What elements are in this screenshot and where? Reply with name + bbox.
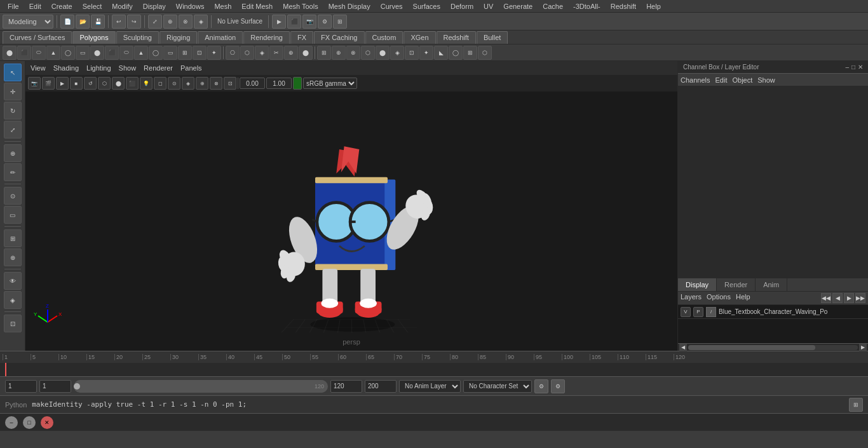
cube-btn[interactable]: ⬛	[17, 46, 31, 60]
snap3-btn[interactable]: ◈	[194, 15, 208, 29]
panel-close-icon[interactable]: ✕	[858, 64, 863, 71]
menu-mesh-tools[interactable]: Mesh Tools	[278, 1, 323, 11]
menu-create[interactable]: Create	[46, 1, 78, 11]
iso-select-btn[interactable]: ◈	[4, 291, 22, 309]
scroll-arrow-left[interactable]: ◀	[679, 344, 687, 351]
frame-end2-input[interactable]	[365, 380, 397, 393]
lattice-btn[interactable]: ⊡	[193, 46, 207, 60]
extract-btn[interactable]: ◈	[390, 46, 404, 60]
cylinder-btn[interactable]: ⬭	[32, 46, 46, 60]
layout-btn[interactable]: ⊞	[333, 15, 347, 29]
tab-rigging[interactable]: Rigging	[159, 31, 197, 44]
new-file-btn[interactable]: 📄	[60, 15, 74, 29]
frame2-input[interactable]	[39, 380, 71, 393]
vp-fxaa-btn[interactable]: ⊡	[224, 77, 236, 90]
vp-play-btn[interactable]: ▶	[56, 77, 69, 90]
poke-btn[interactable]: ✦	[419, 46, 433, 60]
sphere-btn[interactable]: ⬤	[3, 46, 17, 60]
timeline-bar[interactable]	[0, 363, 868, 376]
dup-face-btn[interactable]: ⊡	[405, 46, 419, 60]
window-close-btn[interactable]: ✕	[41, 416, 53, 429]
menu-mesh[interactable]: Mesh	[209, 1, 236, 11]
menu-edit[interactable]: Edit	[24, 1, 46, 11]
vp-float2-input[interactable]	[266, 78, 292, 89]
layer-p-btn[interactable]: P	[693, 307, 703, 317]
menu-edit-mesh[interactable]: Edit Mesh	[236, 1, 278, 11]
tab-animation[interactable]: Animation	[198, 31, 243, 44]
target-weld-btn[interactable]: ⊕	[284, 46, 298, 60]
tab-anim[interactable]: Anim	[756, 278, 787, 291]
mode-dropdown[interactable]: Modeling	[3, 15, 53, 29]
vp-motion-btn[interactable]: ⊗	[210, 77, 222, 90]
vp-menu-view[interactable]: View	[31, 64, 46, 72]
poly-cube-btn[interactable]: ⬛	[105, 46, 119, 60]
smooth-btn[interactable]: ⊞	[463, 46, 477, 60]
wedge-btn[interactable]: ◣	[434, 46, 448, 60]
panel-minimize-icon[interactable]: –	[845, 64, 849, 71]
edge-loop-btn[interactable]: ⎔	[226, 46, 240, 60]
layers-menu-options[interactable]: Options	[707, 293, 731, 303]
plane-btn[interactable]: ▭	[76, 46, 90, 60]
scale-tool-btn[interactable]: ⤢	[4, 121, 22, 139]
render-btn[interactable]: ▶	[272, 15, 286, 29]
panel-maximize-icon[interactable]: □	[851, 64, 855, 71]
ch-menu-channels[interactable]: Channels	[681, 76, 710, 84]
save-btn[interactable]: 💾	[91, 15, 105, 29]
status-gear-btn[interactable]: ⚙	[534, 379, 548, 393]
frame-slider[interactable]: 120	[74, 380, 328, 393]
unfold-btn[interactable]: ⬡	[478, 46, 492, 60]
snap-grid-btn[interactable]: ⊞	[4, 229, 22, 247]
poly-sphere-btn[interactable]: ⬤	[90, 46, 104, 60]
window-minimize-btn[interactable]: –	[5, 416, 18, 429]
marquee-btn[interactable]: ▭	[4, 206, 22, 224]
undo-btn[interactable]: ↩	[112, 15, 126, 29]
circularize-btn[interactable]: ◯	[449, 46, 463, 60]
layers-arrow-double-left[interactable]: ◀◀	[821, 293, 831, 303]
render2-btn[interactable]: ⬛	[287, 15, 301, 29]
open-btn[interactable]: 📂	[76, 15, 90, 29]
scroll-thumb[interactable]	[688, 345, 815, 350]
layers-arrow-right[interactable]: ▶	[844, 293, 854, 303]
poly-cone-btn[interactable]: ▲	[134, 46, 148, 60]
poly-torus-btn[interactable]: ◯	[149, 46, 163, 60]
tab-xgen[interactable]: XGen	[403, 31, 435, 44]
vp-wire-btn[interactable]: ⬡	[98, 77, 111, 90]
scroll-arrow-right[interactable]: ▶	[859, 344, 867, 351]
multi-cut-btn[interactable]: ✂	[269, 46, 283, 60]
menu-modify[interactable]: Modify	[107, 1, 137, 11]
tab-sculpting[interactable]: Sculpting	[116, 31, 159, 44]
menu-3dtall[interactable]: -3DtoAll-	[568, 1, 606, 11]
frame-end-input[interactable]	[330, 380, 362, 393]
tab-bullet[interactable]: Bullet	[477, 31, 508, 44]
layers-menu-layers[interactable]: Layers	[681, 293, 702, 303]
menu-file[interactable]: File	[3, 1, 24, 11]
menu-deform[interactable]: Deform	[445, 1, 478, 11]
menu-display[interactable]: Display	[138, 1, 171, 11]
snap-vert-btn[interactable]: ⊕	[4, 248, 22, 266]
menu-surfaces[interactable]: Surfaces	[408, 1, 445, 11]
quick-rig-btn[interactable]: ⊡	[4, 315, 22, 332]
menu-select[interactable]: Select	[78, 1, 107, 11]
extrude-btn[interactable]: ⬡	[240, 46, 254, 60]
char-set-dropdown[interactable]: No Character Set	[463, 380, 532, 393]
tab-rendering[interactable]: Rendering	[243, 31, 290, 44]
menu-redshift[interactable]: Redshift	[606, 1, 641, 11]
tab-fx[interactable]: FX	[290, 31, 313, 44]
snap2-btn[interactable]: ⊗	[179, 15, 193, 29]
vp-cam-btn[interactable]: 📷	[28, 77, 41, 90]
show-all-btn[interactable]: 👁	[4, 272, 22, 290]
tab-render[interactable]: Render	[717, 278, 756, 291]
vp-depth-btn[interactable]: ⊕	[196, 77, 208, 90]
ch-menu-object[interactable]: Object	[732, 76, 752, 84]
vp-ao-btn[interactable]: ⊙	[168, 77, 180, 90]
torus-btn[interactable]: ◯	[61, 46, 75, 60]
separate-btn[interactable]: ⊗	[346, 46, 360, 60]
append-poly-btn[interactable]: ⬤	[376, 46, 390, 60]
paint-btn[interactable]: ✏	[4, 163, 22, 181]
vp-film-btn[interactable]: 🎬	[42, 77, 55, 90]
menu-help[interactable]: Help	[641, 1, 666, 11]
layers-arrow-double-right[interactable]: ▶▶	[855, 293, 865, 303]
poly-plane-btn[interactable]: ▭	[163, 46, 177, 60]
ch-menu-edit[interactable]: Edit	[715, 76, 727, 84]
timeline-indicator[interactable]	[5, 363, 6, 376]
